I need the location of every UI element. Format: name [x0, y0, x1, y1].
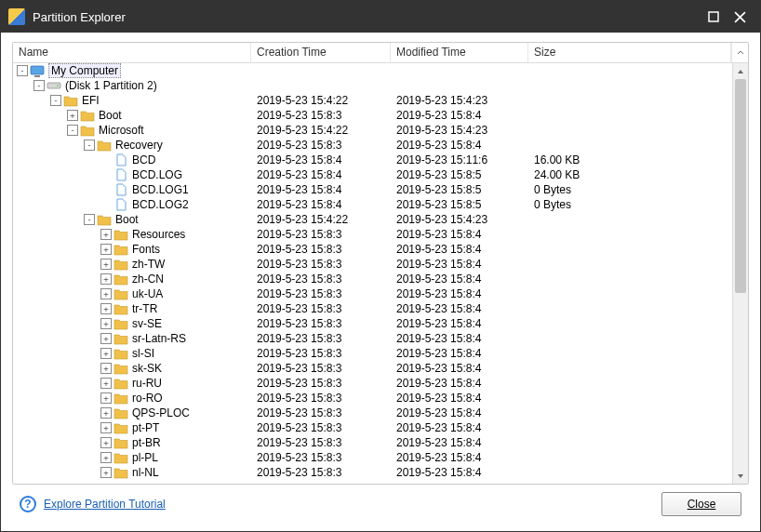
table-row[interactable]: +Resources2019-5-23 15:8:32019-5-23 15:8…	[13, 227, 748, 242]
expand-icon[interactable]: +	[100, 273, 112, 285]
cell-name[interactable]: +ro-RO	[13, 391, 251, 406]
collapse-icon[interactable]: -	[50, 95, 61, 106]
expand-icon[interactable]: +	[100, 259, 112, 270]
table-row[interactable]: BCD.LOG2019-5-23 15:8:42019-5-23 15:8:52…	[13, 167, 748, 182]
expand-icon[interactable]: +	[67, 110, 78, 121]
table-row[interactable]: +zh-TW2019-5-23 15:8:32019-5-23 15:8:4	[13, 257, 748, 272]
table-row[interactable]: +ro-RO2019-5-23 15:8:32019-5-23 15:8:4	[13, 391, 748, 406]
cell-name[interactable]: +sv-SE	[13, 316, 251, 331]
cell-name[interactable]: +sr-Latn-RS	[13, 331, 251, 346]
table-row[interactable]: -(Disk 1 Partition 2)	[13, 78, 748, 93]
cell-name[interactable]: BCD	[13, 153, 251, 167]
cell-name[interactable]: BCD.LOG2	[13, 197, 251, 212]
table-row[interactable]: +sl-SI2019-5-23 15:8:32019-5-23 15:8:4	[13, 346, 748, 361]
scroll-down-button[interactable]	[733, 468, 748, 484]
table-row[interactable]: +Boot2019-5-23 15:8:32019-5-23 15:8:4	[13, 108, 748, 123]
vertical-scrollbar[interactable]	[732, 63, 748, 484]
cell-name[interactable]: +Resources	[13, 227, 251, 242]
table-row[interactable]: +pl-PL2019-5-23 15:8:32019-5-23 15:8:4	[13, 450, 748, 465]
folder-icon	[113, 406, 128, 419]
cell-creation: 2019-5-23 15:8:3	[251, 317, 391, 330]
table-row[interactable]: -My Computer	[13, 63, 748, 78]
table-row[interactable]: -Microsoft2019-5-23 15:4:222019-5-23 15:…	[13, 123, 748, 138]
cell-name[interactable]: +zh-TW	[13, 257, 251, 272]
expand-icon[interactable]: +	[100, 422, 112, 433]
col-header-creation[interactable]: Creation Time	[251, 43, 391, 62]
close-icon[interactable]	[727, 4, 753, 30]
expand-icon[interactable]: +	[100, 318, 112, 329]
cell-name[interactable]: BCD.LOG	[13, 167, 251, 182]
expand-icon[interactable]: +	[100, 333, 112, 344]
table-row[interactable]: +tr-TR2019-5-23 15:8:32019-5-23 15:8:4	[13, 301, 748, 316]
tutorial-link[interactable]: Explore Partition Tutorial	[44, 498, 166, 511]
table-row[interactable]: +pt-BR2019-5-23 15:8:32019-5-23 15:8:4	[13, 435, 748, 450]
help-icon[interactable]: ?	[20, 496, 36, 512]
cell-name[interactable]: -My Computer	[13, 63, 251, 78]
cell-name[interactable]: +Boot	[13, 108, 251, 123]
cell-name[interactable]: +pt-PT	[13, 420, 251, 435]
expand-icon[interactable]: +	[100, 467, 112, 478]
tree-rows[interactable]: -My Computer-(Disk 1 Partition 2)-EFI201…	[13, 63, 748, 484]
expand-icon[interactable]: +	[100, 244, 112, 255]
scrollbar-track[interactable]	[733, 79, 748, 468]
maximize-icon[interactable]	[701, 4, 727, 30]
expand-icon[interactable]: +	[100, 378, 112, 389]
expand-icon[interactable]: +	[100, 348, 112, 359]
cell-name[interactable]: +zh-CN	[13, 272, 251, 286]
table-row[interactable]: +Fonts2019-5-23 15:8:32019-5-23 15:8:4	[13, 242, 748, 257]
table-row[interactable]: BCD.LOG12019-5-23 15:8:42019-5-23 15:8:5…	[13, 182, 748, 197]
collapse-icon[interactable]: -	[84, 140, 95, 151]
table-row[interactable]: +sk-SK2019-5-23 15:8:32019-5-23 15:8:4	[13, 361, 748, 376]
collapse-icon[interactable]: -	[17, 65, 28, 76]
table-row[interactable]: -Recovery2019-5-23 15:8:32019-5-23 15:8:…	[13, 138, 748, 153]
table-row[interactable]: +QPS-PLOC2019-5-23 15:8:32019-5-23 15:8:…	[13, 406, 748, 420]
collapse-icon[interactable]: -	[84, 214, 95, 225]
table-row[interactable]: -EFI2019-5-23 15:4:222019-5-23 15:4:23	[13, 93, 748, 108]
cell-name[interactable]: +ru-RU	[13, 376, 251, 391]
table-row[interactable]: +nl-NL2019-5-23 15:8:32019-5-23 15:8:4	[13, 465, 748, 480]
cell-name[interactable]: -Recovery	[13, 138, 251, 153]
expand-icon[interactable]: +	[100, 392, 112, 404]
expand-icon[interactable]: +	[100, 229, 112, 240]
cell-name[interactable]: +nl-NL	[13, 465, 251, 480]
table-row[interactable]: +ru-RU2019-5-23 15:8:32019-5-23 15:8:4	[13, 376, 748, 391]
cell-name[interactable]: +uk-UA	[13, 286, 251, 301]
expand-icon[interactable]: +	[100, 452, 112, 463]
cell-name[interactable]: -Boot	[13, 212, 251, 227]
col-header-modified[interactable]: Modified Time	[391, 43, 528, 62]
cell-modified: 2019-5-23 15:8:4	[391, 302, 528, 315]
cell-name[interactable]: +pl-PL	[13, 450, 251, 465]
cell-name[interactable]: +tr-TR	[13, 301, 251, 316]
expand-icon[interactable]: +	[100, 407, 112, 419]
cell-name[interactable]: -EFI	[13, 93, 251, 108]
cell-name[interactable]: +Fonts	[13, 242, 251, 257]
cell-name[interactable]: -Microsoft	[13, 123, 251, 138]
table-row[interactable]: +sr-Latn-RS2019-5-23 15:8:32019-5-23 15:…	[13, 331, 748, 346]
table-row[interactable]: +sv-SE2019-5-23 15:8:32019-5-23 15:8:4	[13, 316, 748, 331]
col-header-name[interactable]: Name	[13, 43, 251, 62]
cell-name[interactable]: BCD.LOG1	[13, 182, 251, 197]
cell-name[interactable]: -(Disk 1 Partition 2)	[13, 78, 251, 93]
cell-name[interactable]: +pt-BR	[13, 435, 251, 450]
scroll-up-icon[interactable]	[731, 43, 748, 62]
expand-icon[interactable]: +	[100, 288, 112, 299]
cell-name[interactable]: +sk-SK	[13, 361, 251, 376]
expand-icon[interactable]: +	[100, 437, 112, 448]
expand-icon[interactable]: +	[100, 363, 112, 374]
collapse-icon[interactable]: -	[33, 80, 45, 91]
table-row[interactable]: +uk-UA2019-5-23 15:8:32019-5-23 15:8:4	[13, 286, 748, 301]
table-row[interactable]: BCD.LOG22019-5-23 15:8:42019-5-23 15:8:5…	[13, 197, 748, 212]
expand-icon[interactable]: +	[100, 303, 112, 314]
table-row[interactable]: -Boot2019-5-23 15:4:222019-5-23 15:4:23	[13, 212, 748, 227]
cell-name[interactable]: +sl-SI	[13, 346, 251, 361]
scroll-up-button[interactable]	[733, 63, 748, 79]
table-row[interactable]: +zh-CN2019-5-23 15:8:32019-5-23 15:8:4	[13, 272, 748, 286]
col-header-size[interactable]: Size	[528, 43, 731, 62]
cell-name[interactable]: +QPS-PLOC	[13, 406, 251, 420]
close-button[interactable]: Close	[661, 492, 741, 516]
collapse-icon[interactable]: -	[67, 125, 78, 136]
scrollbar-thumb[interactable]	[735, 79, 746, 293]
cell-creation: 2019-5-23 15:8:4	[251, 183, 391, 196]
table-row[interactable]: BCD2019-5-23 15:8:42019-5-23 15:11:616.0…	[13, 153, 748, 167]
table-row[interactable]: +pt-PT2019-5-23 15:8:32019-5-23 15:8:4	[13, 420, 748, 435]
